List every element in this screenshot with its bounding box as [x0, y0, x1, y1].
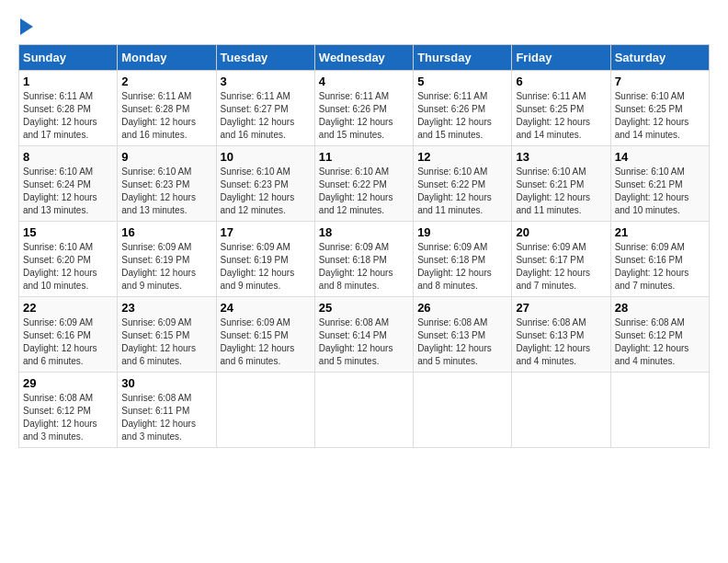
day-number: 10: [221, 150, 311, 164]
col-wednesday: Wednesday: [314, 45, 413, 71]
day-info: Sunrise: 6:08 AMSunset: 6:12 PMDaylight:…: [615, 316, 705, 368]
day-info: Sunrise: 6:10 AMSunset: 6:23 PMDaylight:…: [121, 166, 211, 217]
day-info: Sunrise: 6:10 AMSunset: 6:21 PMDaylight:…: [516, 166, 606, 217]
day-number: 13: [516, 150, 606, 164]
day-number: 16: [121, 225, 211, 239]
day-info: Sunrise: 6:11 AMSunset: 6:25 PMDaylight:…: [516, 90, 606, 142]
day-cell: 2Sunrise: 6:11 AMSunset: 6:28 PMDaylight…: [118, 71, 216, 146]
day-info: Sunrise: 6:10 AMSunset: 6:21 PMDaylight:…: [615, 166, 705, 217]
day-info: Sunrise: 6:08 AMSunset: 6:14 PMDaylight:…: [319, 316, 409, 368]
day-info: Sunrise: 6:08 AMSunset: 6:12 PMDaylight:…: [23, 392, 113, 443]
header: [18, 18, 710, 35]
day-cell: [414, 373, 512, 448]
day-number: 11: [319, 150, 409, 164]
day-cell: 23Sunrise: 6:09 AMSunset: 6:15 PMDayligh…: [118, 297, 216, 373]
day-cell: 20Sunrise: 6:09 AMSunset: 6:17 PMDayligh…: [512, 222, 610, 297]
day-cell: 6Sunrise: 6:11 AMSunset: 6:25 PMDaylight…: [512, 71, 610, 146]
col-saturday: Saturday: [610, 45, 709, 71]
day-info: Sunrise: 6:11 AMSunset: 6:27 PMDaylight:…: [221, 90, 311, 142]
day-cell: 9Sunrise: 6:10 AMSunset: 6:23 PMDaylight…: [118, 146, 216, 222]
day-cell: 26Sunrise: 6:08 AMSunset: 6:13 PMDayligh…: [414, 297, 512, 373]
day-number: 25: [319, 301, 409, 315]
day-number: 5: [417, 75, 507, 88]
week-row-5: 29Sunrise: 6:08 AMSunset: 6:12 PMDayligh…: [19, 373, 710, 448]
day-cell: 16Sunrise: 6:09 AMSunset: 6:19 PMDayligh…: [118, 222, 216, 297]
day-number: 4: [319, 75, 409, 88]
col-sunday: Sunday: [19, 45, 118, 71]
day-number: 21: [615, 225, 705, 239]
day-number: 15: [23, 225, 113, 239]
day-cell: 18Sunrise: 6:09 AMSunset: 6:18 PMDayligh…: [314, 222, 413, 297]
day-cell: 4Sunrise: 6:11 AMSunset: 6:26 PMDaylight…: [314, 71, 413, 146]
day-number: 9: [121, 150, 211, 164]
day-cell: 13Sunrise: 6:10 AMSunset: 6:21 PMDayligh…: [512, 146, 610, 222]
day-number: 26: [417, 301, 507, 315]
day-cell: 17Sunrise: 6:09 AMSunset: 6:19 PMDayligh…: [216, 222, 314, 297]
day-info: Sunrise: 6:08 AMSunset: 6:11 PMDaylight:…: [121, 392, 211, 443]
day-cell: [512, 373, 610, 448]
day-cell: 8Sunrise: 6:10 AMSunset: 6:24 PMDaylight…: [19, 146, 118, 222]
week-row-2: 8Sunrise: 6:10 AMSunset: 6:24 PMDaylight…: [19, 146, 710, 222]
day-info: Sunrise: 6:09 AMSunset: 6:18 PMDaylight:…: [319, 241, 409, 293]
day-number: 14: [615, 150, 705, 164]
day-number: 8: [23, 150, 113, 164]
day-cell: 12Sunrise: 6:10 AMSunset: 6:22 PMDayligh…: [414, 146, 512, 222]
day-info: Sunrise: 6:09 AMSunset: 6:19 PMDaylight:…: [221, 241, 311, 293]
day-cell: 25Sunrise: 6:08 AMSunset: 6:14 PMDayligh…: [314, 297, 413, 373]
day-cell: 15Sunrise: 6:10 AMSunset: 6:20 PMDayligh…: [19, 222, 118, 297]
day-number: 23: [121, 301, 211, 315]
col-monday: Monday: [118, 45, 216, 71]
day-number: 3: [221, 75, 311, 88]
day-number: 28: [615, 301, 705, 315]
header-row: Sunday Monday Tuesday Wednesday Thursday…: [19, 45, 710, 71]
day-number: 22: [23, 301, 113, 315]
day-cell: 28Sunrise: 6:08 AMSunset: 6:12 PMDayligh…: [610, 297, 709, 373]
day-cell: 30Sunrise: 6:08 AMSunset: 6:11 PMDayligh…: [118, 373, 216, 448]
day-info: Sunrise: 6:09 AMSunset: 6:16 PMDaylight:…: [23, 316, 113, 368]
day-info: Sunrise: 6:11 AMSunset: 6:28 PMDaylight:…: [121, 90, 211, 142]
day-cell: 21Sunrise: 6:09 AMSunset: 6:16 PMDayligh…: [610, 222, 709, 297]
day-cell: [610, 373, 709, 448]
day-info: Sunrise: 6:09 AMSunset: 6:15 PMDaylight:…: [221, 316, 311, 368]
day-number: 1: [23, 75, 113, 88]
logo: [18, 18, 33, 35]
day-info: Sunrise: 6:10 AMSunset: 6:25 PMDaylight:…: [615, 90, 705, 142]
day-number: 24: [221, 301, 311, 315]
day-info: Sunrise: 6:11 AMSunset: 6:26 PMDaylight:…: [417, 90, 507, 142]
day-cell: 11Sunrise: 6:10 AMSunset: 6:22 PMDayligh…: [314, 146, 413, 222]
day-cell: 5Sunrise: 6:11 AMSunset: 6:26 PMDaylight…: [414, 71, 512, 146]
day-number: 6: [516, 75, 606, 88]
day-info: Sunrise: 6:09 AMSunset: 6:18 PMDaylight:…: [417, 241, 507, 293]
day-info: Sunrise: 6:09 AMSunset: 6:17 PMDaylight:…: [516, 241, 606, 293]
day-number: 12: [417, 150, 507, 164]
day-info: Sunrise: 6:09 AMSunset: 6:15 PMDaylight:…: [121, 316, 211, 368]
day-info: Sunrise: 6:10 AMSunset: 6:20 PMDaylight:…: [23, 241, 113, 293]
day-info: Sunrise: 6:09 AMSunset: 6:16 PMDaylight:…: [615, 241, 705, 293]
day-info: Sunrise: 6:08 AMSunset: 6:13 PMDaylight:…: [516, 316, 606, 368]
day-number: 29: [23, 376, 113, 390]
day-info: Sunrise: 6:10 AMSunset: 6:24 PMDaylight:…: [23, 166, 113, 217]
day-info: Sunrise: 6:08 AMSunset: 6:13 PMDaylight:…: [417, 316, 507, 368]
day-info: Sunrise: 6:11 AMSunset: 6:26 PMDaylight:…: [319, 90, 409, 142]
day-number: 17: [221, 225, 311, 239]
day-number: 20: [516, 225, 606, 239]
day-number: 27: [516, 301, 606, 315]
col-thursday: Thursday: [414, 45, 512, 71]
day-number: 2: [121, 75, 211, 88]
day-cell: 24Sunrise: 6:09 AMSunset: 6:15 PMDayligh…: [216, 297, 314, 373]
col-tuesday: Tuesday: [216, 45, 314, 71]
day-cell: [216, 373, 314, 448]
day-cell: 3Sunrise: 6:11 AMSunset: 6:27 PMDaylight…: [216, 71, 314, 146]
day-cell: 10Sunrise: 6:10 AMSunset: 6:23 PMDayligh…: [216, 146, 314, 222]
day-cell: 22Sunrise: 6:09 AMSunset: 6:16 PMDayligh…: [19, 297, 118, 373]
day-info: Sunrise: 6:09 AMSunset: 6:19 PMDaylight:…: [121, 241, 211, 293]
day-number: 7: [615, 75, 705, 88]
col-friday: Friday: [512, 45, 610, 71]
day-cell: 14Sunrise: 6:10 AMSunset: 6:21 PMDayligh…: [610, 146, 709, 222]
day-info: Sunrise: 6:10 AMSunset: 6:23 PMDaylight:…: [221, 166, 311, 217]
day-info: Sunrise: 6:11 AMSunset: 6:28 PMDaylight:…: [23, 90, 113, 142]
day-number: 19: [417, 225, 507, 239]
day-number: 30: [121, 376, 211, 390]
day-cell: [314, 373, 413, 448]
week-row-3: 15Sunrise: 6:10 AMSunset: 6:20 PMDayligh…: [19, 222, 710, 297]
